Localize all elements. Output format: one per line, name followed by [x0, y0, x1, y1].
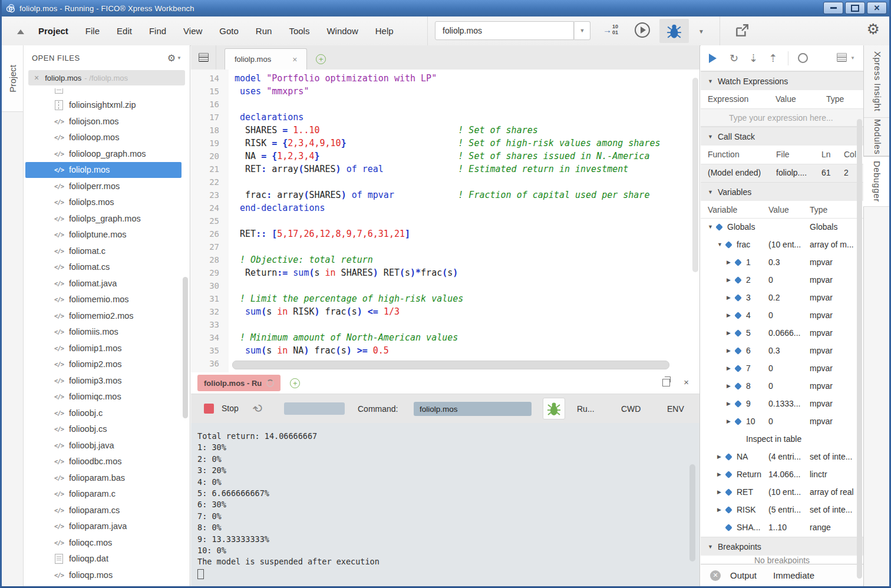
tab-close-icon[interactable]: × — [292, 55, 297, 64]
file-item-folioinsightxml.zip[interactable]: folioinsightxml.zip — [24, 97, 190, 114]
run-debug-toggle-button[interactable] — [543, 398, 565, 419]
continue-button[interactable] — [709, 54, 717, 63]
collapse-arrow-icon[interactable]: ▼ — [717, 242, 722, 247]
line-number[interactable]: 23 — [191, 189, 229, 201]
open-file-entry[interactable]: × foliolp.mos - /foliolp.mos — [28, 70, 185, 85]
menu-tools[interactable]: Tools — [288, 24, 311, 38]
dock-tab-debugger[interactable]: Debugger — [863, 156, 891, 207]
variable-row-10[interactable]: ▶100mpvar — [701, 413, 863, 431]
file-item-foliolptune.mos[interactable]: </>foliolptune.mos — [24, 227, 190, 243]
expand-arrow-icon[interactable]: ▶ — [727, 259, 731, 265]
file-item-foliomat.cs[interactable]: </>foliomat.cs — [24, 259, 190, 276]
settings-gear-icon[interactable]: ⚙ — [867, 22, 880, 37]
line-number[interactable]: 26 — [191, 227, 229, 240]
code-line-21[interactable]: RET: array(SHARES) of real ! Estimated r… — [235, 163, 699, 176]
debugger-scrollbar[interactable] — [857, 119, 862, 579]
variable-row-NA[interactable]: ▶NA(4 entri...set of inte... — [701, 448, 863, 466]
expand-arrow-icon[interactable]: ▶ — [727, 312, 731, 318]
line-number[interactable]: 24 — [191, 201, 229, 214]
file-item-foliomip2.mos[interactable]: </>foliomip2.mos — [24, 356, 190, 373]
code-line-14[interactable]: model "Portfolio optimization with LP" — [235, 72, 699, 85]
variable-row-1[interactable]: ▶10.3mpvar — [701, 254, 863, 272]
expand-arrow-icon[interactable]: ▶ — [727, 348, 731, 354]
file-item-folioloop.mos[interactable]: </>folioloop.mos — [24, 130, 190, 146]
code-line-27[interactable] — [235, 240, 699, 253]
expand-arrow-icon[interactable]: ▶ — [727, 295, 731, 300]
file-item-foliolp.mos[interactable]: </>foliolp.mos — [25, 162, 182, 179]
menu-goto[interactable]: Goto — [218, 24, 240, 38]
file-item-foliomiqc.mos[interactable]: </>foliomiqc.mos — [24, 389, 190, 405]
line-number[interactable]: 17 — [191, 111, 229, 124]
new-tab-button[interactable]: + — [316, 54, 326, 64]
expand-arrow-icon[interactable]: ▶ — [717, 471, 721, 477]
expand-arrow-icon[interactable]: ▶ — [717, 507, 721, 513]
debug-button[interactable] — [659, 19, 689, 43]
line-number[interactable]: 31 — [191, 292, 229, 305]
code-editor[interactable]: 1415161718192021222324252627282930313233… — [191, 70, 699, 372]
stop-button[interactable]: Stop — [222, 404, 239, 413]
code-line-30[interactable] — [235, 279, 699, 292]
expand-arrow-icon[interactable]: ▶ — [727, 330, 731, 336]
code-line-18[interactable]: SHARES = 1..10 ! Set of shares — [235, 124, 699, 137]
code-line-28[interactable]: ! Objective: total return — [235, 253, 699, 266]
code-line-19[interactable]: RISK = {2,3,4,9,10} ! Set of high-risk v… — [235, 137, 699, 150]
minimize-button[interactable] — [823, 2, 843, 14]
line-number[interactable]: 25 — [191, 214, 229, 227]
command-input[interactable] — [414, 402, 532, 416]
debug-menu-icon[interactable] — [837, 53, 847, 62]
file-item-foliomip1.mos[interactable]: </>foliomip1.mos — [24, 340, 190, 356]
file-item-foliomemio2.mos[interactable]: </>foliomemio2.mos — [24, 308, 190, 324]
line-number[interactable]: 27 — [191, 240, 229, 253]
code-line-17[interactable]: declarations — [235, 111, 699, 124]
open-files-gear-icon[interactable]: ⚙ — [167, 52, 176, 64]
variable-row-2[interactable]: ▶20mpvar — [701, 272, 863, 289]
menu-file[interactable]: File — [84, 24, 101, 38]
file-item-folioparam.bas[interactable]: </>folioparam.bas — [24, 470, 190, 486]
code-line-35[interactable]: sum(s in NA) frac(s) >= 0.5 — [235, 344, 699, 357]
line-number[interactable]: 36 — [191, 357, 229, 370]
code-line-22[interactable] — [235, 176, 699, 189]
expand-arrow-icon[interactable]: ▶ — [727, 401, 731, 407]
line-number[interactable]: 21 — [191, 163, 229, 176]
line-number[interactable]: 30 — [191, 279, 229, 292]
line-number[interactable]: 28 — [191, 253, 229, 266]
line-number[interactable]: 33 — [191, 318, 229, 331]
code-line-15[interactable]: uses "mmxprs" — [235, 85, 699, 98]
popout-panel-icon[interactable] — [662, 379, 670, 387]
run-status-button[interactable]: Ru... — [577, 404, 595, 414]
file-item-foliomiis.mos[interactable]: </>foliomiis.mos — [24, 324, 190, 341]
code-line-20[interactable]: NA = {1,2,3,4} ! Set of shares issued in… — [235, 150, 699, 163]
menu-run[interactable]: Run — [255, 24, 273, 38]
file-item-folioqp.mos[interactable]: </>folioqp.mos — [24, 567, 190, 583]
file-item-folioobj.c[interactable]: </>folioobj.c — [24, 405, 190, 421]
code-line-23[interactable]: frac: array(SHARES) of mpvar ! Fraction … — [235, 189, 699, 201]
debug-options-caret-icon[interactable]: ▼ — [698, 28, 704, 35]
close-open-file-icon[interactable]: × — [34, 73, 39, 82]
line-number[interactable]: 19 — [191, 137, 229, 150]
expand-arrow-icon[interactable]: ▶ — [717, 454, 721, 460]
expand-arrow-icon[interactable]: ▶ — [727, 383, 731, 389]
file-item-foliomemio.mos[interactable]: </>foliomemio.mos — [24, 292, 190, 308]
code-line-34[interactable]: ! Minimum amount of North-American value… — [235, 331, 699, 344]
file-item-folioobj.cs[interactable]: </>folioobj.cs — [24, 421, 190, 438]
close-circle-icon[interactable]: ✕ — [710, 570, 721, 581]
line-number[interactable]: 20 — [191, 150, 229, 163]
run-target-select[interactable]: foliolp.mos — [435, 21, 574, 40]
variable-row-7[interactable]: ▶70mpvar — [701, 360, 863, 378]
line-number[interactable]: 18 — [191, 124, 229, 137]
code-line-29[interactable]: Return:= sum(s in SHARES) RET(s)*frac(s) — [235, 266, 699, 279]
compile-icon[interactable]: → 1001 — [603, 24, 618, 35]
menu-find[interactable]: Find — [148, 24, 167, 38]
expand-arrow-icon[interactable]: ▶ — [727, 365, 731, 371]
line-number[interactable]: 34 — [191, 331, 229, 344]
close-run-panel-icon[interactable]: × — [684, 377, 689, 387]
variable-row-Globals[interactable]: ▼GlobalsGlobals — [701, 219, 863, 236]
variable-row-4[interactable]: ▶40mpvar — [701, 307, 863, 325]
menu-edit[interactable]: Edit — [116, 24, 133, 38]
share-button[interactable] — [734, 23, 750, 41]
menu-help[interactable]: Help — [374, 24, 395, 38]
variable-row-RISK[interactable]: ▶RISK(5 entri...set of inte... — [701, 501, 863, 519]
output-scrollbar[interactable] — [689, 464, 695, 561]
callstack-row[interactable]: (Model ended)foliolp....612 — [701, 164, 863, 182]
variable-row-3[interactable]: ▶30.2mpvar — [701, 289, 863, 307]
